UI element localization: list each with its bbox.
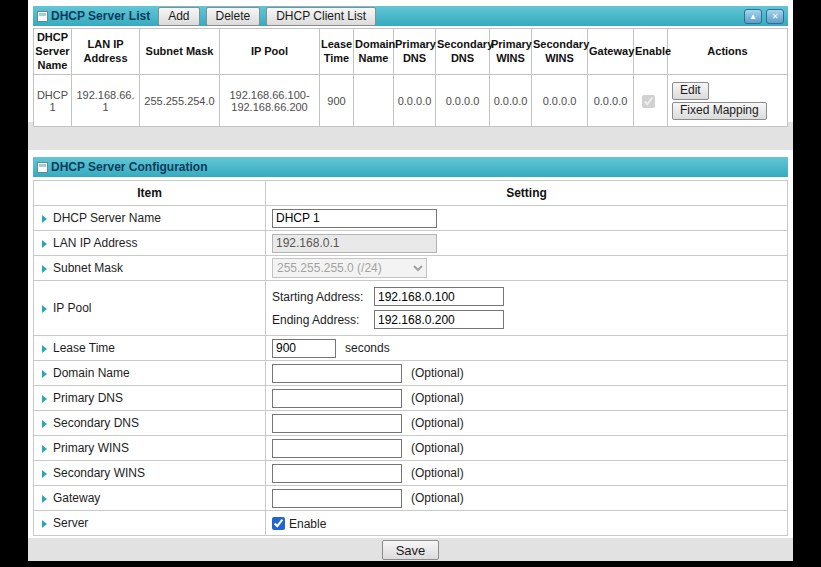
panel-icon — [37, 162, 48, 173]
item-label: Subnet Mask — [53, 261, 123, 275]
optional-note: (Optional) — [411, 466, 464, 480]
row-ip-pool: IP Pool Starting Address: Ending Address… — [34, 281, 788, 336]
column-header-secondary-wins: Secondary WINS — [532, 29, 588, 75]
bullet-arrow-icon — [42, 495, 47, 503]
column-header-item: Item — [34, 181, 266, 206]
bullet-arrow-icon — [42, 470, 47, 478]
bullet-arrow-icon — [42, 240, 47, 248]
add-button[interactable]: Add — [158, 7, 199, 26]
dhcp-server-name-input[interactable] — [272, 209, 437, 228]
setting-cell: (Optional) — [266, 436, 788, 461]
ip-pool-end-line: Ending Address: — [272, 310, 781, 329]
bullet-arrow-icon — [42, 420, 47, 428]
item-label-cell: LAN IP Address — [34, 231, 266, 256]
row-enable-checkbox — [642, 95, 655, 108]
item-label-cell: IP Pool — [34, 281, 266, 336]
bullet-arrow-icon — [42, 370, 47, 378]
row-lan-ip-address: LAN IP Address — [34, 231, 788, 256]
item-label-cell: Primary DNS — [34, 386, 266, 411]
column-header-setting: Setting — [266, 181, 788, 206]
item-label: Primary DNS — [53, 391, 123, 405]
ending-address-input[interactable] — [374, 310, 504, 329]
cell-primary-dns: 0.0.0.0 — [394, 75, 436, 127]
delete-button[interactable]: Delete — [206, 7, 261, 26]
domain-name-input[interactable] — [272, 364, 402, 383]
item-label: Secondary WINS — [53, 466, 145, 480]
item-label: Secondary DNS — [53, 416, 139, 430]
gateway-input[interactable] — [272, 489, 402, 508]
optional-note: (Optional) — [411, 491, 464, 505]
save-strip: Save — [28, 540, 793, 560]
primary-wins-input[interactable] — [272, 439, 402, 458]
panel-icon — [37, 11, 48, 22]
row-primary-wins: Primary WINS (Optional) — [34, 436, 788, 461]
item-label: Lease Time — [53, 341, 115, 355]
item-label-cell: Secondary DNS — [34, 411, 266, 436]
fixed-mapping-button[interactable]: Fixed Mapping — [672, 102, 767, 120]
dhcp-server-configuration-table: Item Setting DHCP Server Name LAN IP Add… — [33, 180, 788, 536]
config-header-row: Item Setting — [34, 181, 788, 206]
dhcp-client-list-button[interactable]: DHCP Client List — [266, 7, 376, 26]
bullet-arrow-icon — [42, 520, 47, 528]
ending-address-label: Ending Address: — [272, 313, 374, 327]
setting-cell — [266, 231, 788, 256]
bullet-arrow-icon — [42, 445, 47, 453]
column-header-enable: Enable — [634, 29, 668, 75]
secondary-wins-input[interactable] — [272, 464, 402, 483]
cell-enable — [634, 75, 668, 127]
setting-cell: 255.255.255.0 (/24) — [266, 256, 788, 281]
cell-lease: 900 — [320, 75, 354, 127]
cell-ip-pool: 192.168.66.100-192.168.66.200 — [220, 75, 320, 127]
column-header-lease: Lease Time — [320, 29, 354, 75]
dhcp-server-list-table: DHCP Server Name LAN IP Address Subnet M… — [33, 28, 788, 127]
server-enable-checkbox[interactable] — [272, 517, 285, 530]
optional-note: (Optional) — [411, 441, 464, 455]
dhcp-server-configuration-panel: DHCP Server Configuration Item Setting D… — [28, 150, 793, 538]
setting-cell: (Optional) — [266, 361, 788, 386]
setting-cell: Enable — [266, 511, 788, 536]
row-domain-name: Domain Name (Optional) — [34, 361, 788, 386]
row-lease-time: Lease Time seconds — [34, 336, 788, 361]
lease-time-input[interactable] — [272, 339, 336, 358]
item-label-cell: DHCP Server Name — [34, 206, 266, 231]
item-label: Domain Name — [53, 366, 130, 380]
column-header-subnet: Subnet Mask — [140, 29, 220, 75]
setting-cell — [266, 206, 788, 231]
column-header-secondary-dns: Secondary DNS — [436, 29, 490, 75]
starting-address-input[interactable] — [374, 287, 504, 306]
cell-lan-ip: 192.168.66.1 — [72, 75, 140, 127]
collapse-button[interactable]: ▲ — [744, 9, 762, 24]
edit-button[interactable]: Edit — [672, 82, 709, 100]
row-dhcp-server-name: DHCP Server Name — [34, 206, 788, 231]
starting-address-label: Starting Address: — [272, 290, 374, 304]
column-header-ip-pool: IP Pool — [220, 29, 320, 75]
optional-note: (Optional) — [411, 366, 464, 380]
item-label: IP Pool — [53, 301, 91, 315]
row-primary-dns: Primary DNS (Optional) — [34, 386, 788, 411]
primary-dns-input[interactable] — [272, 389, 402, 408]
cell-domain — [354, 75, 394, 127]
secondary-dns-input[interactable] — [272, 414, 402, 433]
bullet-arrow-icon — [42, 265, 47, 273]
lan-ip-address-input — [272, 234, 437, 253]
cell-name: DHCP 1 — [34, 75, 72, 127]
column-header-lan-ip: LAN IP Address — [72, 29, 140, 75]
column-header-primary-wins: Primary WINS — [490, 29, 532, 75]
setting-cell: (Optional) — [266, 411, 788, 436]
item-label-cell: Lease Time — [34, 336, 266, 361]
column-header-gateway: Gateway — [588, 29, 634, 75]
item-label-cell: Domain Name — [34, 361, 266, 386]
optional-note: (Optional) — [411, 391, 464, 405]
setting-cell: (Optional) — [266, 386, 788, 411]
optional-note: (Optional) — [411, 416, 464, 430]
row-secondary-wins: Secondary WINS (Optional) — [34, 461, 788, 486]
row-gateway: Gateway (Optional) — [34, 486, 788, 511]
dhcp-server-list-panel: DHCP Server List Add Delete DHCP Client … — [28, 0, 793, 122]
list-header-row: DHCP Server Name LAN IP Address Subnet M… — [34, 29, 788, 75]
save-button[interactable]: Save — [382, 540, 440, 560]
item-label-cell: Secondary WINS — [34, 461, 266, 486]
bullet-arrow-icon — [42, 305, 47, 313]
item-label-cell: Subnet Mask — [34, 256, 266, 281]
close-button[interactable]: ✕ — [766, 9, 784, 24]
item-label: Server — [53, 516, 88, 530]
